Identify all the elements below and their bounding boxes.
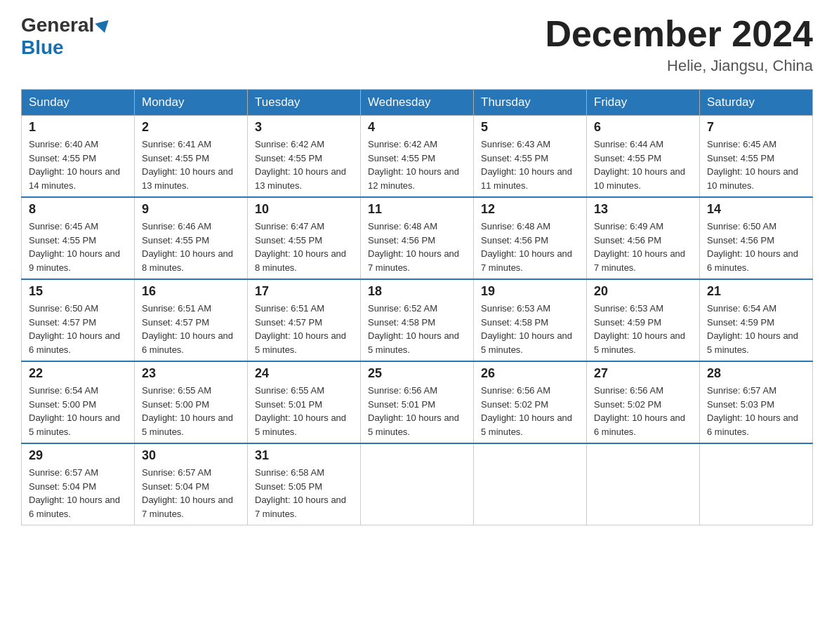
table-row: 18 Sunrise: 6:52 AM Sunset: 4:58 PM Dayl… bbox=[361, 279, 474, 361]
table-row: 8 Sunrise: 6:45 AM Sunset: 4:55 PM Dayli… bbox=[22, 197, 135, 279]
table-row: 21 Sunrise: 6:54 AM Sunset: 4:59 PM Dayl… bbox=[700, 279, 813, 361]
day-number: 21 bbox=[707, 284, 805, 299]
day-number: 14 bbox=[707, 202, 805, 217]
day-number: 9 bbox=[142, 202, 240, 217]
day-info: Sunrise: 6:55 AM Sunset: 5:01 PM Dayligh… bbox=[255, 384, 353, 438]
day-info: Sunrise: 6:48 AM Sunset: 4:56 PM Dayligh… bbox=[481, 220, 579, 274]
col-monday: Monday bbox=[135, 90, 248, 116]
day-number: 24 bbox=[255, 366, 353, 381]
col-thursday: Thursday bbox=[474, 90, 587, 116]
col-friday: Friday bbox=[587, 90, 700, 116]
table-row bbox=[587, 443, 700, 525]
day-info: Sunrise: 6:58 AM Sunset: 5:05 PM Dayligh… bbox=[255, 466, 353, 521]
day-info: Sunrise: 6:40 AM Sunset: 4:55 PM Dayligh… bbox=[29, 137, 127, 192]
table-row: 30 Sunrise: 6:57 AM Sunset: 5:04 PM Dayl… bbox=[135, 443, 248, 525]
calendar-week-row: 15 Sunrise: 6:50 AM Sunset: 4:57 PM Dayl… bbox=[22, 279, 813, 361]
day-number: 3 bbox=[255, 120, 353, 135]
day-number: 5 bbox=[481, 120, 579, 135]
day-info: Sunrise: 6:54 AM Sunset: 5:00 PM Dayligh… bbox=[29, 384, 127, 438]
table-row: 26 Sunrise: 6:56 AM Sunset: 5:02 PM Dayl… bbox=[474, 361, 587, 443]
day-number: 30 bbox=[142, 448, 240, 463]
col-saturday: Saturday bbox=[700, 90, 813, 116]
logo: General Blue bbox=[21, 14, 110, 59]
day-info: Sunrise: 6:53 AM Sunset: 4:59 PM Dayligh… bbox=[594, 302, 692, 356]
day-number: 25 bbox=[368, 366, 466, 381]
table-row: 19 Sunrise: 6:53 AM Sunset: 4:58 PM Dayl… bbox=[474, 279, 587, 361]
day-number: 28 bbox=[707, 366, 805, 381]
day-info: Sunrise: 6:42 AM Sunset: 4:55 PM Dayligh… bbox=[368, 137, 466, 192]
table-row: 3 Sunrise: 6:42 AM Sunset: 4:55 PM Dayli… bbox=[248, 116, 361, 198]
day-number: 2 bbox=[142, 120, 240, 135]
day-number: 26 bbox=[481, 366, 579, 381]
day-info: Sunrise: 6:47 AM Sunset: 4:55 PM Dayligh… bbox=[255, 220, 353, 274]
logo-blue-part bbox=[94, 18, 110, 33]
calendar-week-row: 29 Sunrise: 6:57 AM Sunset: 5:04 PM Dayl… bbox=[22, 443, 813, 525]
day-info: Sunrise: 6:48 AM Sunset: 4:56 PM Dayligh… bbox=[368, 220, 466, 274]
month-title: December 2024 bbox=[545, 14, 813, 54]
day-info: Sunrise: 6:57 AM Sunset: 5:04 PM Dayligh… bbox=[142, 466, 240, 521]
day-info: Sunrise: 6:44 AM Sunset: 4:55 PM Dayligh… bbox=[594, 137, 692, 192]
page-header: General Blue December 2024 Helie, Jiangs… bbox=[21, 14, 813, 75]
day-number: 11 bbox=[368, 202, 466, 217]
day-number: 10 bbox=[255, 202, 353, 217]
table-row: 31 Sunrise: 6:58 AM Sunset: 5:05 PM Dayl… bbox=[248, 443, 361, 525]
day-info: Sunrise: 6:50 AM Sunset: 4:57 PM Dayligh… bbox=[29, 302, 127, 356]
table-row: 12 Sunrise: 6:48 AM Sunset: 4:56 PM Dayl… bbox=[474, 197, 587, 279]
col-sunday: Sunday bbox=[22, 90, 135, 116]
table-row: 10 Sunrise: 6:47 AM Sunset: 4:55 PM Dayl… bbox=[248, 197, 361, 279]
table-row: 4 Sunrise: 6:42 AM Sunset: 4:55 PM Dayli… bbox=[361, 116, 474, 198]
day-number: 1 bbox=[29, 120, 127, 135]
day-number: 7 bbox=[707, 120, 805, 135]
table-row: 23 Sunrise: 6:55 AM Sunset: 5:00 PM Dayl… bbox=[135, 361, 248, 443]
day-number: 13 bbox=[594, 202, 692, 217]
day-info: Sunrise: 6:53 AM Sunset: 4:58 PM Dayligh… bbox=[481, 302, 579, 356]
day-number: 19 bbox=[481, 284, 579, 299]
day-number: 8 bbox=[29, 202, 127, 217]
calendar-week-row: 8 Sunrise: 6:45 AM Sunset: 4:55 PM Dayli… bbox=[22, 197, 813, 279]
location: Helie, Jiangsu, China bbox=[545, 57, 813, 75]
table-row: 14 Sunrise: 6:50 AM Sunset: 4:56 PM Dayl… bbox=[700, 197, 813, 279]
day-info: Sunrise: 6:41 AM Sunset: 4:55 PM Dayligh… bbox=[142, 137, 240, 192]
table-row: 24 Sunrise: 6:55 AM Sunset: 5:01 PM Dayl… bbox=[248, 361, 361, 443]
day-number: 20 bbox=[594, 284, 692, 299]
day-info: Sunrise: 6:49 AM Sunset: 4:56 PM Dayligh… bbox=[594, 220, 692, 274]
day-info: Sunrise: 6:51 AM Sunset: 4:57 PM Dayligh… bbox=[142, 302, 240, 356]
table-row: 15 Sunrise: 6:50 AM Sunset: 4:57 PM Dayl… bbox=[22, 279, 135, 361]
day-info: Sunrise: 6:56 AM Sunset: 5:02 PM Dayligh… bbox=[594, 384, 692, 438]
day-info: Sunrise: 6:45 AM Sunset: 4:55 PM Dayligh… bbox=[707, 137, 805, 192]
table-row: 9 Sunrise: 6:46 AM Sunset: 4:55 PM Dayli… bbox=[135, 197, 248, 279]
table-row: 20 Sunrise: 6:53 AM Sunset: 4:59 PM Dayl… bbox=[587, 279, 700, 361]
day-number: 4 bbox=[368, 120, 466, 135]
day-info: Sunrise: 6:54 AM Sunset: 4:59 PM Dayligh… bbox=[707, 302, 805, 356]
day-number: 6 bbox=[594, 120, 692, 135]
day-info: Sunrise: 6:56 AM Sunset: 5:02 PM Dayligh… bbox=[481, 384, 579, 438]
logo-general-text: General bbox=[21, 14, 94, 36]
table-row: 1 Sunrise: 6:40 AM Sunset: 4:55 PM Dayli… bbox=[22, 116, 135, 198]
day-info: Sunrise: 6:55 AM Sunset: 5:00 PM Dayligh… bbox=[142, 384, 240, 438]
calendar-week-row: 22 Sunrise: 6:54 AM Sunset: 5:00 PM Dayl… bbox=[22, 361, 813, 443]
day-info: Sunrise: 6:43 AM Sunset: 4:55 PM Dayligh… bbox=[481, 137, 579, 192]
table-row: 25 Sunrise: 6:56 AM Sunset: 5:01 PM Dayl… bbox=[361, 361, 474, 443]
day-number: 22 bbox=[29, 366, 127, 381]
table-row bbox=[700, 443, 813, 525]
day-number: 17 bbox=[255, 284, 353, 299]
day-number: 27 bbox=[594, 366, 692, 381]
day-number: 12 bbox=[481, 202, 579, 217]
table-row: 29 Sunrise: 6:57 AM Sunset: 5:04 PM Dayl… bbox=[22, 443, 135, 525]
table-row: 2 Sunrise: 6:41 AM Sunset: 4:55 PM Dayli… bbox=[135, 116, 248, 198]
day-info: Sunrise: 6:42 AM Sunset: 4:55 PM Dayligh… bbox=[255, 137, 353, 192]
day-info: Sunrise: 6:46 AM Sunset: 4:55 PM Dayligh… bbox=[142, 220, 240, 274]
day-info: Sunrise: 6:57 AM Sunset: 5:04 PM Dayligh… bbox=[29, 466, 127, 521]
day-number: 31 bbox=[255, 448, 353, 463]
table-row: 27 Sunrise: 6:56 AM Sunset: 5:02 PM Dayl… bbox=[587, 361, 700, 443]
day-info: Sunrise: 6:50 AM Sunset: 4:56 PM Dayligh… bbox=[707, 220, 805, 274]
table-row: 5 Sunrise: 6:43 AM Sunset: 4:55 PM Dayli… bbox=[474, 116, 587, 198]
day-info: Sunrise: 6:56 AM Sunset: 5:01 PM Dayligh… bbox=[368, 384, 466, 438]
table-row: 6 Sunrise: 6:44 AM Sunset: 4:55 PM Dayli… bbox=[587, 116, 700, 198]
table-row: 17 Sunrise: 6:51 AM Sunset: 4:57 PM Dayl… bbox=[248, 279, 361, 361]
table-row bbox=[361, 443, 474, 525]
day-number: 16 bbox=[142, 284, 240, 299]
day-number: 18 bbox=[368, 284, 466, 299]
table-row: 7 Sunrise: 6:45 AM Sunset: 4:55 PM Dayli… bbox=[700, 116, 813, 198]
title-area: December 2024 Helie, Jiangsu, China bbox=[545, 14, 813, 75]
